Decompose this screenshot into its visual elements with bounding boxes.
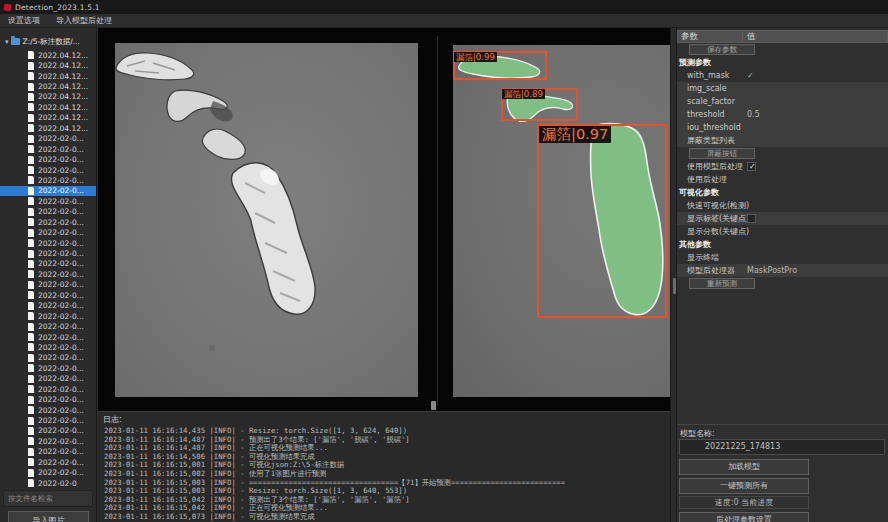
log-lines[interactable]: 2023-01-11 16:16:14,435 |INFO| - Resize:… <box>104 427 764 522</box>
tree-item[interactable]: 2022-02-0... <box>0 248 97 258</box>
param-row[interactable]: with_mask✓ <box>677 69 888 82</box>
tree-item[interactable]: 2022-02-0... <box>0 269 97 279</box>
params-column-header: 参数 <box>678 31 742 42</box>
load-model-button[interactable]: 加载模型 <box>679 459 809 475</box>
checkbox-icon[interactable] <box>747 214 756 223</box>
tree-item[interactable]: 2022-02-0... <box>0 426 97 436</box>
tree-item[interactable]: 2022-02-0... <box>0 447 97 457</box>
tree-item[interactable]: 2022-02-0... <box>0 394 97 404</box>
model-name-label: 模型名称: <box>680 428 715 439</box>
tree-item[interactable]: 2022-02-0... <box>0 290 97 300</box>
tree-item[interactable]: 2022-02-0... <box>0 154 97 164</box>
tree-item[interactable]: 2022-02-0 <box>0 478 97 488</box>
file-icon <box>28 333 34 341</box>
tree-item-label: 2022-02-0... <box>38 145 84 154</box>
param-row[interactable]: 显示终端 <box>677 251 888 264</box>
tree-item[interactable]: 2022-02-0... <box>0 144 97 154</box>
param-button[interactable]: 保存参数 <box>689 44 755 55</box>
params-panel: 参数 值 保存参数预测参数with_mask✓img_scalescale_fa… <box>677 28 888 522</box>
param-row[interactable]: 屏蔽类型列表 <box>677 134 888 147</box>
tree-item[interactable]: 2022.04.12... <box>0 60 97 70</box>
tree-item[interactable]: 2022-02-0... <box>0 186 97 196</box>
tree-item[interactable]: 2022.04.12... <box>0 81 97 91</box>
file-icon <box>28 291 34 299</box>
param-row[interactable]: 快速可视化(检测) <box>677 199 888 212</box>
tree-item[interactable]: 2022-02-0... <box>0 217 97 227</box>
tree-item-label: 2022.04.12... <box>38 113 88 122</box>
tree-root-row[interactable]: ▾ Z:/5-标注数据/... <box>0 36 80 47</box>
param-value[interactable]: MaskPostPro <box>741 266 888 275</box>
menu-item-settings[interactable]: 设置选项 <box>0 14 48 28</box>
file-icon <box>28 302 34 310</box>
tree-item[interactable]: 2022-02-0... <box>0 259 97 269</box>
file-icon <box>28 270 34 278</box>
param-row[interactable]: 模型后处理器MaskPostPro <box>677 264 888 277</box>
checkbox-checked-icon[interactable] <box>747 162 756 171</box>
menu-item-import-postprocess[interactable]: 导入模型后处理 <box>48 14 120 28</box>
tree-item[interactable]: 2022-02-0... <box>0 332 97 342</box>
param-button[interactable]: 屏蔽按钮 <box>689 148 755 159</box>
tree-item[interactable]: 2022-02-0... <box>0 207 97 217</box>
tree-item[interactable]: 2022-02-0... <box>0 353 97 363</box>
search-input[interactable] <box>3 490 93 507</box>
postprocess-settings-button[interactable]: 后处理参数设置 <box>679 512 809 522</box>
tree-item[interactable]: 2022-02-0... <box>0 311 97 321</box>
tree-item[interactable]: 2022-02-0... <box>0 321 97 331</box>
tree-item[interactable]: 2022-02-0... <box>0 374 97 384</box>
log-line: 2023-01-11 16:16:15,003 |INFO| - =======… <box>104 479 764 488</box>
log-line: 2023-01-11 16:16:15,042 |INFO| - 正在可视化预测… <box>104 504 764 513</box>
param-row[interactable]: img_scale <box>677 82 888 95</box>
tree-item[interactable]: 2022-02-0... <box>0 280 97 290</box>
param-row[interactable]: scale_factor <box>677 95 888 108</box>
param-row[interactable]: 显示标签(关键点) <box>677 212 888 225</box>
tree-item[interactable]: 2022.04.12... <box>0 92 97 102</box>
param-button-row: 保存参数 <box>677 43 888 56</box>
tree-item[interactable]: 2022-02-0... <box>0 342 97 352</box>
tree-item[interactable]: 2022-02-0... <box>0 436 97 446</box>
tree-item[interactable]: 2022.04.12... <box>0 102 97 112</box>
params-rows: 保存参数预测参数with_mask✓img_scalescale_factort… <box>677 43 888 290</box>
tree-item-label: 2022-02-0... <box>38 301 84 310</box>
param-value[interactable] <box>741 162 888 171</box>
tree-item[interactable]: 2022.04.12... <box>0 113 97 123</box>
tree-item-label: 2022.04.12... <box>38 61 88 70</box>
tree-item[interactable]: 2022-02-0... <box>0 363 97 373</box>
param-value[interactable]: ✓ <box>741 71 888 80</box>
param-row[interactable]: 使用后处理 <box>677 173 888 186</box>
log-splitter-grip[interactable] <box>431 401 436 410</box>
vertical-splitter-grip[interactable] <box>673 278 676 294</box>
original-image-panel[interactable] <box>115 43 418 397</box>
predict-all-button[interactable]: 一键预测所有 <box>679 478 809 494</box>
tree-item[interactable]: 2022-02-0... <box>0 238 97 248</box>
param-row[interactable]: 显示分数(关键点) <box>677 225 888 238</box>
tree-item[interactable]: 2022-02-0... <box>0 134 97 144</box>
tree-item[interactable]: 2022-02-0... <box>0 196 97 206</box>
param-value[interactable] <box>741 214 888 223</box>
param-row[interactable]: iou_threshold <box>677 121 888 134</box>
param-button[interactable]: 重新预测 <box>689 278 755 289</box>
tree-item[interactable]: 2022-02-0... <box>0 468 97 478</box>
vertical-splitter[interactable] <box>670 28 677 522</box>
params-header-row: 参数 值 <box>677 30 888 43</box>
tree-item[interactable]: 2022-02-0... <box>0 457 97 467</box>
param-value[interactable]: 0.5 <box>741 110 888 119</box>
tree-item[interactable]: 2022.04.12... <box>0 50 97 60</box>
tree-item[interactable]: 2022-02-0... <box>0 301 97 311</box>
app-icon <box>4 3 12 11</box>
tree-item[interactable]: 2022-02-0... <box>0 405 97 415</box>
param-row[interactable]: 使用模型后处理 <box>677 160 888 173</box>
tree-item[interactable]: 2022.04.12... <box>0 123 97 133</box>
param-row[interactable]: threshold0.5 <box>677 108 888 121</box>
tree-item[interactable]: 2022-02-0... <box>0 227 97 237</box>
tree-item[interactable]: 2022-02-0... <box>0 175 97 185</box>
tree-item[interactable]: 2022.04.12... <box>0 71 97 81</box>
import-images-button[interactable]: 导入图片 <box>8 511 89 522</box>
model-name-field[interactable]: 20221225_174813 <box>679 439 885 455</box>
tree-item[interactable]: 2022-02-0... <box>0 415 97 425</box>
chevron-down-icon[interactable]: ▾ <box>5 38 9 46</box>
tree-item-label: 2022-02-0... <box>38 447 84 456</box>
tree-item[interactable]: 2022-02-0... <box>0 165 97 175</box>
file-tree-panel: ▾ Z:/5-标注数据/... 2022.04.12...2022.04.12.… <box>0 28 97 522</box>
param-label: 显示标签(关键点) <box>677 213 741 224</box>
tree-item[interactable]: 2022-02-0... <box>0 384 97 394</box>
